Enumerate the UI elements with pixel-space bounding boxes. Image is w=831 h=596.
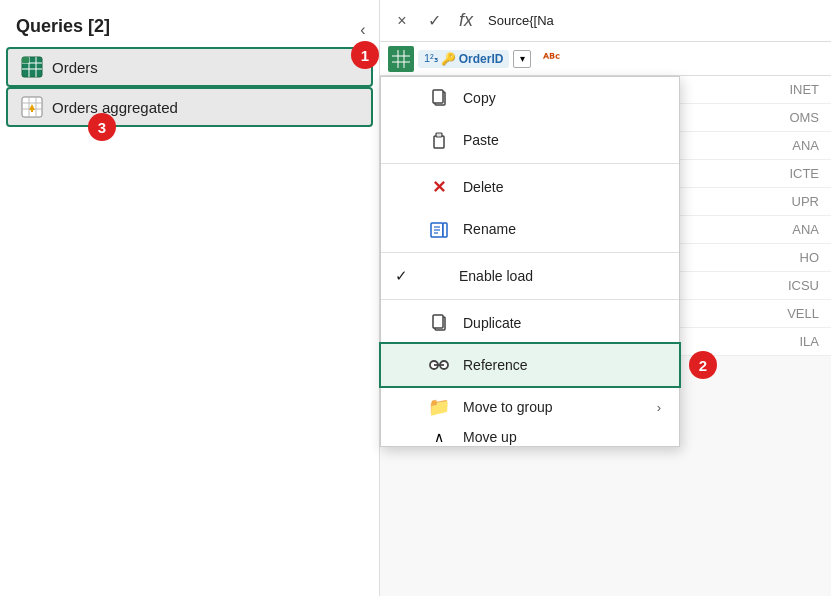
svg-rect-28 (433, 315, 443, 328)
col-type-abc: ᴬᴮᶜ (543, 51, 560, 66)
formula-input[interactable] (484, 13, 823, 28)
menu-divider-3 (381, 299, 679, 300)
col-type-badge: 1²₃ 🔑 OrderID (418, 50, 509, 68)
svg-rect-5 (22, 57, 29, 63)
move-to-group-arrow: › (657, 400, 661, 415)
sidebar-item-orders-aggregated[interactable]: Orders aggregated 3 (8, 89, 371, 125)
enable-load-label: Enable load (459, 268, 661, 284)
menu-item-reference[interactable]: Reference 2 (381, 344, 679, 386)
menu-divider-2 (381, 252, 679, 253)
rename-icon (427, 217, 451, 241)
copy-icon (427, 86, 451, 110)
orders-aggregated-label: Orders aggregated (52, 99, 178, 116)
move-to-group-label: Move to group (463, 399, 645, 415)
col-type-number: 1²₃ (424, 52, 438, 65)
main-area: × ✓ fx 1²₃ 🔑 OrderID ▾ ᴬᴮᶜ INET OMS ANA … (380, 0, 831, 596)
context-menu: Copy Paste ✕ Delete (380, 76, 680, 447)
orders-table-icon (20, 55, 44, 79)
svg-rect-12 (31, 110, 33, 112)
folder-icon: 📁 (427, 395, 451, 419)
formula-bar: × ✓ fx (380, 0, 831, 42)
menu-item-copy[interactable]: Copy (381, 77, 679, 119)
delete-label: Delete (463, 179, 661, 195)
svg-rect-21 (436, 133, 442, 137)
fx-button[interactable]: fx (452, 7, 480, 35)
sidebar: Queries [2] ‹ Orders 1 (0, 0, 380, 596)
delete-icon: ✕ (427, 175, 451, 199)
move-up-label: Move up (463, 429, 661, 445)
confirm-formula-button[interactable]: ✓ (420, 7, 448, 35)
reference-label: Reference (463, 357, 661, 373)
enable-load-icon (423, 264, 447, 288)
menu-item-move-up[interactable]: ∧ Move up (381, 428, 679, 446)
menu-item-duplicate[interactable]: Duplicate (381, 302, 679, 344)
reference-icon (427, 353, 451, 377)
col-dropdown-button[interactable]: ▾ (513, 50, 531, 68)
column-header-row: 1²₃ 🔑 OrderID ▾ ᴬᴮᶜ (380, 42, 831, 76)
orders-aggregated-icon (20, 95, 44, 119)
svg-rect-20 (434, 136, 444, 148)
badge-1: 1 (351, 41, 379, 69)
menu-item-paste[interactable]: Paste (381, 119, 679, 161)
badge-2: 2 (689, 351, 717, 379)
svg-rect-13 (392, 50, 410, 68)
menu-item-delete[interactable]: ✕ Delete (381, 166, 679, 208)
paste-icon (427, 128, 451, 152)
menu-item-move-to-group[interactable]: 📁 Move to group › (381, 386, 679, 428)
badge-3: 3 (88, 113, 116, 141)
move-up-icon: ∧ (427, 428, 451, 446)
rename-label: Rename (463, 221, 661, 237)
menu-item-enable-load[interactable]: ✓ Enable load (381, 255, 679, 297)
table-type-icon (388, 46, 414, 72)
paste-label: Paste (463, 132, 661, 148)
duplicate-icon (427, 311, 451, 335)
menu-item-rename[interactable]: Rename (381, 208, 679, 250)
orders-label: Orders (52, 59, 98, 76)
duplicate-label: Duplicate (463, 315, 661, 331)
sidebar-item-orders[interactable]: Orders 1 (8, 49, 371, 85)
copy-label: Copy (463, 90, 661, 106)
menu-divider-1 (381, 163, 679, 164)
col-key-icon: 🔑 (441, 52, 456, 66)
svg-rect-19 (433, 90, 443, 103)
cancel-formula-button[interactable]: × (388, 7, 416, 35)
col-name: OrderID (459, 52, 504, 66)
sidebar-title: Queries [2] (0, 0, 343, 49)
enable-load-check: ✓ (391, 267, 411, 285)
svg-rect-23 (443, 223, 447, 237)
